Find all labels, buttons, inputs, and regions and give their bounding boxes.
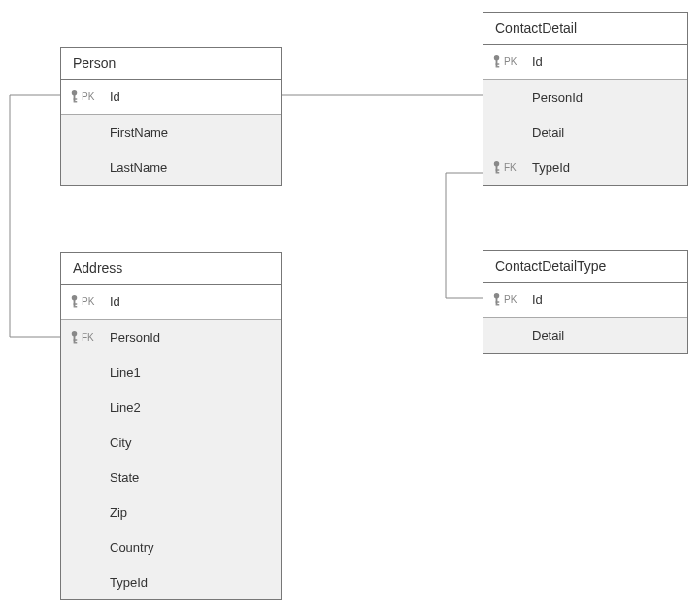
pk-indicator: PK	[491, 54, 526, 69]
field-row[interactable]: PersonId	[483, 80, 687, 115]
field-row[interactable]: Line2	[61, 390, 281, 425]
fk-indicator: FK	[69, 330, 104, 345]
entity-body: PK Id PersonId Detail FK TypeId	[483, 45, 687, 185]
field-name: Id	[526, 54, 680, 69]
field-row[interactable]: Country	[61, 529, 281, 564]
field-name: Detail	[526, 125, 680, 140]
field-name: Line2	[104, 400, 273, 415]
field-row[interactable]: PK Id	[483, 45, 687, 80]
fk-indicator: FK	[491, 160, 526, 175]
entity-title: Person	[61, 48, 281, 80]
svg-rect-24	[496, 165, 498, 171]
entity-body: PK Id FK PersonId Line1 Line2	[61, 285, 281, 599]
field-row[interactable]: TypeId	[61, 564, 281, 599]
svg-rect-13	[74, 303, 78, 304]
field-row[interactable]: Detail	[483, 318, 687, 353]
entity-body: PK Id Detail	[483, 283, 687, 353]
field-name: TypeId	[526, 160, 680, 175]
field-row[interactable]: FK TypeId	[483, 150, 687, 185]
field-row[interactable]: FirstName	[61, 115, 281, 150]
field-name: LastName	[104, 160, 273, 175]
field-row[interactable]: Line1	[61, 355, 281, 390]
entity-body: PK Id FirstName LastName	[61, 80, 281, 185]
field-row[interactable]: PK Id	[483, 283, 687, 318]
svg-rect-28	[496, 298, 498, 304]
field-name: Zip	[104, 505, 273, 520]
field-name: Country	[104, 540, 273, 555]
entity-address[interactable]: Address PK Id FK PersonId Line1	[60, 252, 282, 600]
field-row[interactable]: State	[61, 460, 281, 494]
field-row[interactable]: LastName	[61, 150, 281, 185]
entity-title: Address	[61, 253, 281, 285]
svg-rect-9	[74, 98, 78, 99]
field-name: Line1	[104, 365, 273, 380]
svg-rect-16	[74, 335, 76, 341]
svg-rect-12	[74, 300, 76, 306]
svg-rect-10	[74, 101, 78, 102]
svg-rect-14	[74, 306, 78, 307]
svg-rect-8	[74, 95, 76, 101]
field-row[interactable]: City	[61, 425, 281, 460]
svg-rect-25	[496, 169, 500, 170]
field-row[interactable]: FK PersonId	[61, 320, 281, 355]
pk-indicator: PK	[491, 292, 526, 307]
svg-rect-17	[74, 339, 78, 340]
field-row[interactable]: PK Id	[61, 80, 281, 115]
field-row[interactable]: Zip	[61, 494, 281, 529]
field-row[interactable]: PK Id	[61, 285, 281, 320]
svg-rect-18	[74, 342, 78, 343]
field-name: FirstName	[104, 125, 273, 140]
entity-contact-detail[interactable]: ContactDetail PK Id PersonId Detail	[483, 12, 688, 186]
svg-rect-21	[496, 63, 500, 64]
field-name: PersonId	[104, 330, 273, 345]
entity-person[interactable]: Person PK Id FirstName LastName	[60, 47, 282, 186]
diagram-canvas: Person PK Id FirstName LastName Address	[0, 0, 700, 613]
svg-rect-22	[496, 66, 500, 67]
field-name: State	[104, 470, 273, 485]
svg-rect-26	[496, 172, 500, 173]
entity-title: ContactDetail	[483, 13, 687, 45]
field-name: TypeId	[104, 575, 273, 590]
field-name: Id	[526, 292, 680, 307]
entity-title: ContactDetailType	[483, 251, 687, 283]
pk-indicator: PK	[69, 294, 104, 309]
field-name: City	[104, 435, 273, 450]
svg-rect-30	[496, 304, 500, 305]
field-name: Detail	[526, 328, 680, 343]
field-name: Id	[104, 294, 273, 309]
field-name: Id	[104, 89, 273, 104]
svg-rect-20	[496, 60, 498, 66]
pk-indicator: PK	[69, 89, 104, 104]
entity-contact-detail-type[interactable]: ContactDetailType PK Id Detail	[483, 250, 688, 354]
svg-rect-29	[496, 301, 500, 302]
field-row[interactable]: Detail	[483, 115, 687, 150]
field-name: PersonId	[526, 90, 680, 105]
